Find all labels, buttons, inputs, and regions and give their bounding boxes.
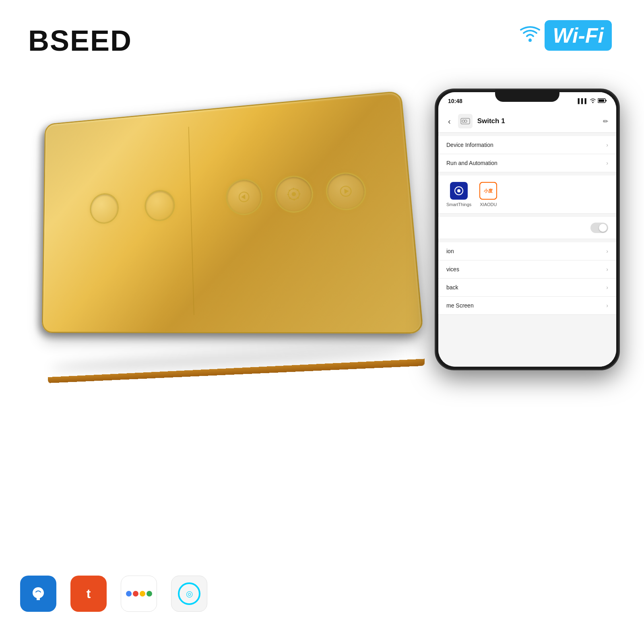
spacer-2 (438, 239, 616, 242)
partial-label-1: ion (446, 248, 454, 254)
tuya-icon-wrapper[interactable]: t (70, 576, 107, 612)
phone-body: 10:48 ▌▌▌ (435, 89, 620, 370)
chevron-icon: › (606, 142, 608, 148)
app-content: ‹ Switch 1 ✏ (438, 110, 616, 367)
svg-rect-17 (606, 100, 607, 101)
alexa-icon[interactable]: ◎ (171, 576, 207, 612)
device-icon (458, 114, 473, 128)
menu-item-partial-4[interactable]: me Screen › (438, 297, 616, 315)
svg-point-23 (457, 189, 460, 192)
svg-rect-24 (37, 599, 40, 600)
wifi-text-box: Wi-Fi (545, 20, 612, 51)
automation-label: Run and Automation (446, 160, 497, 166)
alexa-ring: ◎ (178, 582, 200, 605)
svg-point-20 (462, 120, 464, 122)
menu-item-partial-2[interactable]: vices › (438, 260, 616, 279)
smart-life-icon-wrapper[interactable] (20, 576, 56, 612)
google-dot-blue (126, 591, 132, 597)
alexa-icon-wrapper[interactable]: ◎ (171, 576, 207, 612)
tuya-icon[interactable]: t (70, 576, 107, 612)
assistants-row: SmartThings 小度 XIAODU (438, 175, 616, 214)
svg-marker-14 (344, 189, 349, 194)
phone-mockup: 10:48 ▌▌▌ (435, 89, 620, 370)
switch-device (12, 89, 415, 370)
dimmer-button-light[interactable] (274, 175, 314, 214)
app-header: ‹ Switch 1 ✏ (438, 110, 616, 133)
menu-item-partial-3[interactable]: back › (438, 279, 616, 297)
smartthings-icon (450, 182, 468, 200)
toggle-knob (599, 224, 607, 232)
menu-item-automation[interactable]: Run and Automation › (438, 154, 616, 172)
touch-button-1[interactable] (90, 192, 119, 224)
menu-item-device-info[interactable]: Device Information › (438, 136, 616, 154)
chevron-icon-3: › (606, 248, 608, 254)
wifi-signal-icon (520, 23, 541, 47)
svg-point-4 (291, 192, 296, 196)
partial-label-2: vices (446, 266, 459, 272)
svg-point-0 (528, 39, 532, 42)
status-time: 10:48 (448, 98, 462, 104)
signal-icon: ▌▌▌ (578, 98, 588, 104)
smart-life-icon[interactable] (20, 576, 56, 612)
dimmer-button-decrease[interactable] (225, 178, 263, 216)
edit-icon[interactable]: ✏ (603, 118, 608, 125)
google-assistant-icon-wrapper[interactable] (121, 576, 157, 612)
device-info-label: Device Information (446, 142, 493, 148)
partial-label-3: back (446, 284, 458, 291)
smartthings-item[interactable]: SmartThings (446, 182, 471, 207)
panel-divider (188, 127, 194, 315)
partial-label-4: me Screen (446, 302, 474, 309)
svg-rect-18 (599, 99, 604, 102)
wifi-label: Wi-Fi (553, 23, 604, 47)
spacer-1 (438, 214, 616, 217)
svg-point-21 (464, 120, 467, 122)
google-dot-green (147, 591, 152, 597)
toggle-switch[interactable] (590, 223, 608, 233)
chevron-icon-4: › (606, 266, 608, 272)
touch-button-2[interactable] (144, 189, 175, 222)
app-icons-row: t ◎ (20, 576, 207, 612)
menu-item-partial-1[interactable]: ion › (438, 242, 616, 260)
svg-point-15 (592, 102, 594, 103)
brand-logo: BSEED (28, 24, 132, 57)
wifi-badge: Wi-Fi (520, 20, 612, 51)
phone-notch (495, 90, 559, 102)
dimmer-button-increase[interactable] (325, 171, 367, 211)
xiaodu-icon: 小度 (479, 182, 497, 200)
chevron-icon-2: › (606, 160, 608, 166)
switch-panel (42, 91, 424, 333)
back-button[interactable]: ‹ (445, 115, 454, 128)
smartthings-label: SmartThings (446, 202, 471, 207)
google-dot-yellow (140, 591, 145, 597)
device-name-label: Switch 1 (477, 117, 505, 125)
wifi-status-icon (590, 98, 596, 104)
menu-section: Device Information › Run and Automation … (438, 136, 616, 172)
google-assistant-icon[interactable] (121, 576, 157, 612)
chevron-icon-6: › (606, 302, 608, 309)
status-icons: ▌▌▌ (578, 98, 607, 104)
xiaodu-label: XIAODU (480, 202, 497, 207)
xiaodu-item[interactable]: 小度 XIAODU (479, 182, 497, 207)
google-dot-red (133, 591, 138, 597)
device-title-row: Switch 1 (454, 114, 603, 128)
phone-screen: 10:48 ▌▌▌ (438, 92, 616, 367)
svg-marker-2 (241, 194, 246, 200)
google-dots (126, 591, 152, 597)
toggle-row[interactable] (438, 217, 616, 239)
battery-icon (598, 98, 607, 104)
chevron-icon-5: › (606, 284, 608, 291)
